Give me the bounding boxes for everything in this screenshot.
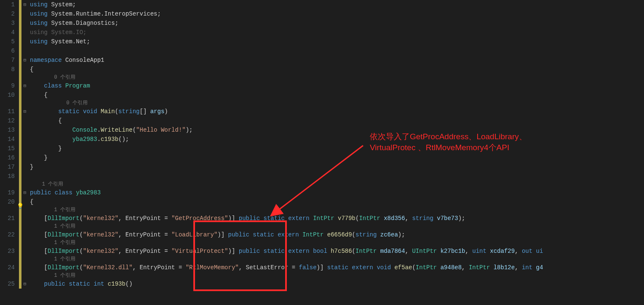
token: , bbox=[515, 248, 522, 255]
code-line[interactable]: [DllImport("Kernel32.dll", EntryPoint = … bbox=[28, 263, 644, 272]
token: static bbox=[58, 108, 83, 115]
codelens-references[interactable]: 0 个引用 bbox=[28, 74, 644, 81]
token: out bbox=[522, 248, 536, 255]
code-line[interactable]: } bbox=[28, 153, 644, 162]
code-line[interactable]: using System.IO; bbox=[28, 28, 644, 37]
codelens-references[interactable]: 1 个引用 bbox=[28, 256, 644, 263]
token: static bbox=[327, 264, 352, 271]
fold-toggle bbox=[21, 144, 28, 153]
token: { bbox=[30, 92, 48, 98]
token: ConsoleApp1 bbox=[65, 57, 104, 64]
token: v7be73 bbox=[437, 215, 458, 222]
token bbox=[30, 82, 44, 89]
token: ) bbox=[164, 108, 168, 115]
code-line[interactable]: Console.WriteLine("Hello World!"); bbox=[28, 125, 644, 135]
fold-toggle bbox=[21, 135, 28, 144]
token: extern bbox=[288, 248, 313, 255]
code-line[interactable]: { bbox=[28, 65, 644, 74]
code-line[interactable]: static void Main(string[] args) bbox=[28, 107, 644, 116]
fold-toggle bbox=[21, 162, 28, 172]
code-editor[interactable]: 1234567891011121314151617181920212223242… bbox=[0, 0, 644, 305]
code-line[interactable]: public class yba2983 bbox=[28, 188, 644, 197]
code-line[interactable]: public static int c193b() bbox=[28, 279, 644, 289]
code-line[interactable] bbox=[28, 172, 644, 181]
token: string bbox=[412, 215, 437, 222]
codelens-references[interactable]: 1 个引用 bbox=[28, 239, 644, 247]
lightbulb-icon[interactable]: 💡 bbox=[17, 203, 24, 210]
code-line[interactable]: namespace ConsoleApp1 bbox=[28, 56, 644, 65]
token: xcdaf29 bbox=[490, 248, 515, 255]
token: } bbox=[30, 154, 48, 161]
line-number: 12 bbox=[0, 116, 15, 125]
token: using bbox=[30, 29, 51, 36]
token: )] bbox=[317, 264, 327, 271]
token: , bbox=[515, 264, 522, 271]
token: "VirtualProtect" bbox=[171, 248, 228, 255]
line-number: 10 bbox=[0, 90, 15, 100]
token: Main bbox=[101, 108, 115, 115]
code-line[interactable]: using System.Runtime.InteropServices; bbox=[28, 9, 644, 19]
token: int bbox=[522, 264, 536, 271]
codelens-references[interactable]: 1 个引用 bbox=[28, 181, 644, 188]
fold-toggle[interactable]: ⊟ bbox=[21, 56, 28, 65]
code-line[interactable]: } bbox=[28, 162, 644, 172]
token: void bbox=[83, 108, 101, 115]
fold-toggle[interactable]: ⊟ bbox=[21, 188, 28, 197]
fold-toggle bbox=[21, 230, 28, 239]
code-area[interactable]: using System;using System.Runtime.Intero… bbox=[28, 0, 644, 305]
token: void bbox=[377, 264, 394, 271]
token: Diagnostics bbox=[76, 20, 115, 27]
fold-gutter[interactable]: ⊟⊟⊟⊟⊟⊟ bbox=[21, 0, 28, 305]
fold-toggle[interactable]: ⊟ bbox=[21, 279, 28, 289]
token: extern bbox=[288, 215, 313, 222]
fold-toggle[interactable]: ⊟ bbox=[21, 0, 28, 9]
token: IntPtr bbox=[355, 248, 380, 255]
token: string bbox=[355, 231, 380, 238]
code-line[interactable]: using System; bbox=[28, 0, 644, 9]
token: DllImport bbox=[48, 248, 80, 255]
token: . bbox=[72, 38, 76, 45]
code-line[interactable]: } bbox=[28, 144, 644, 153]
code-line[interactable]: { bbox=[28, 90, 644, 100]
codelens-references[interactable]: 1 个引用 bbox=[28, 207, 644, 214]
token: namespace bbox=[30, 57, 65, 64]
fold-toggle bbox=[21, 263, 28, 272]
code-line[interactable]: class Program bbox=[28, 81, 644, 90]
code-line[interactable]: using System.Net; bbox=[28, 37, 644, 46]
token: . bbox=[97, 136, 101, 143]
token: [ bbox=[30, 231, 48, 238]
codelens-references[interactable]: 1 个引用 bbox=[28, 223, 644, 230]
token: ( bbox=[80, 248, 83, 255]
token: ; bbox=[158, 11, 161, 17]
token: class bbox=[55, 189, 76, 196]
line-number: 4 bbox=[0, 28, 15, 37]
token: . bbox=[72, 20, 76, 27]
fold-toggle[interactable]: ⊟ bbox=[21, 81, 28, 90]
code-line[interactable]: yba2983.c193b(); bbox=[28, 135, 644, 144]
code-line[interactable]: [DllImport("kernel32", EntryPoint = "Loa… bbox=[28, 230, 644, 239]
token: static bbox=[264, 248, 289, 255]
token: x8d356 bbox=[384, 215, 405, 222]
code-line[interactable] bbox=[28, 46, 644, 56]
fold-toggle bbox=[21, 125, 28, 135]
token: [] bbox=[139, 108, 150, 115]
line-number-gutter: 1234567891011121314151617181920212223242… bbox=[0, 0, 19, 305]
codelens-references[interactable]: 0 个引用 bbox=[28, 100, 644, 107]
token: } bbox=[30, 145, 62, 152]
token: static bbox=[264, 215, 289, 222]
fold-toggle[interactable]: ⊟ bbox=[21, 107, 28, 116]
codelens-references[interactable]: 1 个引用 bbox=[28, 272, 644, 279]
token: public bbox=[239, 215, 264, 222]
token: static bbox=[253, 231, 278, 238]
fold-toggle bbox=[21, 172, 28, 181]
token: extern bbox=[278, 231, 302, 238]
token: ( bbox=[352, 231, 355, 238]
code-line[interactable]: [DllImport("kernel32", EntryPoint = "Get… bbox=[28, 214, 644, 223]
code-line[interactable]: [DllImport("kernel32", EntryPoint = "Vir… bbox=[28, 247, 644, 256]
line-number: 22 bbox=[0, 230, 15, 239]
code-line[interactable]: { bbox=[28, 116, 644, 125]
code-line[interactable]: using System.Diagnostics; bbox=[28, 19, 644, 28]
token: [ bbox=[30, 264, 48, 271]
token: Console bbox=[72, 127, 97, 133]
code-line[interactable]: { bbox=[28, 197, 644, 207]
